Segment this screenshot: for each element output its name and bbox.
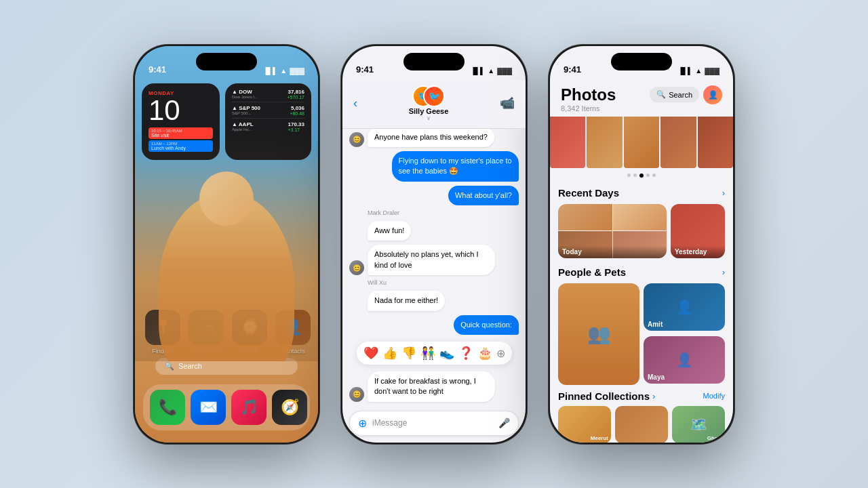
dock-music[interactable]: 🎵 bbox=[231, 390, 267, 425]
search-icon-photos: 🔍 bbox=[656, 90, 666, 99]
pinned-arrow[interactable]: › bbox=[652, 391, 655, 401]
photos-content: Recent Days › Today Yesterday bbox=[550, 182, 733, 443]
msg-3: What about y'all? bbox=[349, 186, 519, 205]
photos-count: 8,342 Items bbox=[561, 104, 616, 113]
signal-icon-2: ▐▌▌ bbox=[471, 67, 485, 75]
pinned-card-3[interactable]: 🗺️ Gha... bbox=[672, 406, 725, 443]
msg-bubble-2: Flying down to my sister's place to see … bbox=[392, 151, 519, 182]
video-call-button[interactable]: 📹 bbox=[500, 96, 515, 110]
dock-phone[interactable]: 📞 bbox=[150, 390, 185, 425]
group-info[interactable]: 🐦 🐦 Silly Geese ∨ bbox=[409, 85, 449, 121]
status-icons-2: ▐▌▌ ▲ ▓▓▓ bbox=[471, 67, 512, 75]
reactions-container: ❤️ 👍 👎 👫 👟 ❓ 🎂 ⊕ bbox=[357, 342, 512, 365]
people-pets-arrow[interactable]: › bbox=[722, 267, 725, 277]
pinned-modify-button[interactable]: Modify bbox=[703, 392, 725, 400]
dot-3 bbox=[646, 174, 650, 177]
react-cake[interactable]: 🎂 bbox=[477, 346, 492, 361]
hero-photo-2 bbox=[587, 114, 622, 168]
msg-avatar-1: 😊 bbox=[349, 132, 364, 147]
photos-search-button[interactable]: 🔍 Search bbox=[650, 87, 699, 102]
dynamic-island-2 bbox=[403, 53, 465, 70]
yesterday-label: Yesterday bbox=[671, 245, 725, 258]
msg-bubble-1: Anyone have plans this weekend? bbox=[368, 127, 494, 147]
wifi-icon-2: ▲ bbox=[488, 67, 494, 75]
react-more[interactable]: ⊕ bbox=[496, 347, 505, 360]
status-time-1: 9:41 bbox=[149, 64, 166, 75]
recent-days-row: Today Yesterday bbox=[558, 204, 725, 258]
recent-days-title: Recent Days bbox=[558, 187, 619, 199]
dock-compass[interactable]: 🧭 bbox=[272, 390, 307, 425]
react-shoes[interactable]: 👟 bbox=[439, 346, 454, 361]
photos-header: Photos 8,342 Items 🔍 Search 👤 bbox=[550, 80, 733, 117]
msg-7: Quick question: bbox=[349, 315, 519, 335]
today-card[interactable]: Today bbox=[558, 204, 667, 258]
signal-icon-1: ▐▌▌ bbox=[263, 67, 277, 75]
status-time-3: 9:41 bbox=[564, 64, 581, 75]
search-label: Search bbox=[178, 362, 202, 370]
dot-1 bbox=[633, 174, 637, 177]
back-button[interactable]: ‹ bbox=[353, 96, 357, 110]
pinned-card-2[interactable] bbox=[615, 406, 668, 443]
react-thumbdown[interactable]: 👎 bbox=[401, 346, 416, 361]
people-card-maya[interactable]: 👤 Maya bbox=[644, 336, 725, 384]
group-chevron: ∨ bbox=[427, 115, 431, 121]
dynamic-island-3 bbox=[611, 53, 672, 70]
react-people[interactable]: 👫 bbox=[420, 346, 435, 361]
message-input-bar[interactable]: ⊕ iMessage 🎤 bbox=[349, 411, 519, 436]
battery-icon-3: ▓▓▓ bbox=[705, 67, 719, 75]
people-pets-title: People & Pets bbox=[558, 266, 626, 278]
dot-2-active bbox=[639, 174, 644, 178]
people-card-group[interactable]: 👥 bbox=[558, 283, 639, 385]
msg-bubble-6: Nada for me either! bbox=[368, 291, 445, 310]
pinned-title: Pinned Collections bbox=[558, 390, 650, 402]
msg-bubble-4: Aww fun! bbox=[368, 221, 411, 241]
pinned-title-row: Pinned Collections › bbox=[558, 390, 655, 402]
phone-1-home: 9:41 ▐▌▌ ▲ ▓▓▓ MONDAY 10 10:15 – 10:45AM… bbox=[133, 44, 320, 445]
react-question[interactable]: ❓ bbox=[458, 346, 473, 361]
msg-4: Aww fun! bbox=[349, 221, 519, 241]
dynamic-island-1 bbox=[196, 53, 257, 70]
people-card-amit[interactable]: 👤 Amit bbox=[644, 283, 725, 331]
status-time-2: 9:41 bbox=[356, 64, 374, 75]
photos-user-avatar[interactable]: 👤 bbox=[703, 85, 722, 104]
msg-avatar-8: 😊 bbox=[349, 387, 364, 402]
pinned-collections-header: Pinned Collections › Modify bbox=[558, 390, 725, 402]
battery-icon-1: ▓▓▓ bbox=[290, 67, 304, 75]
group-avatars: 🐦 🐦 bbox=[412, 85, 445, 107]
phone-3-photos: 9:41 ▐▌▌ ▲ ▓▓▓ Photos 8,342 Items 🔍 Sear… bbox=[548, 44, 735, 445]
react-thumbup[interactable]: 👍 bbox=[382, 346, 397, 361]
msg-avatar-5: 😊 bbox=[349, 260, 364, 275]
dot-4 bbox=[652, 174, 656, 177]
wifi-icon-3: ▲ bbox=[695, 67, 702, 75]
people-grid: 👥 👤 Amit 👤 Maya bbox=[558, 283, 725, 385]
today-label: Today bbox=[558, 245, 667, 258]
dock-mail[interactable]: ✉️ bbox=[191, 390, 226, 425]
today-thumb-1 bbox=[558, 204, 612, 231]
mic-icon[interactable]: 🎤 bbox=[498, 418, 510, 428]
sender-mark: Mark Draler bbox=[368, 209, 519, 216]
hero-photo-4 bbox=[660, 114, 696, 168]
msg-1: 😊 Anyone have plans this weekend? bbox=[349, 127, 519, 147]
stock-dow: ▲ DOW Dow Jones I... 37,816 +570.17 bbox=[232, 89, 304, 102]
msg-bubble-8: If cake for breakfast is wrong, I don't … bbox=[368, 371, 495, 402]
hero-photo-1 bbox=[550, 114, 585, 168]
message-input-placeholder[interactable]: iMessage bbox=[372, 418, 493, 428]
react-heart[interactable]: ❤️ bbox=[363, 346, 378, 361]
add-attachment-icon[interactable]: ⊕ bbox=[358, 417, 367, 430]
hero-photo-5 bbox=[698, 114, 733, 168]
hero-dots bbox=[550, 174, 733, 178]
status-icons-1: ▐▌▌ ▲ ▓▓▓ bbox=[263, 67, 304, 75]
wifi-icon-1: ▲ bbox=[280, 67, 287, 75]
msg-8: 😊 If cake for breakfast is wrong, I don'… bbox=[349, 371, 519, 402]
group-name: Silly Geese bbox=[409, 107, 449, 115]
photos-controls: 🔍 Search 👤 bbox=[650, 85, 722, 104]
dot-0 bbox=[627, 174, 631, 177]
emoji-reaction-bar[interactable]: ❤️ 👍 👎 👫 👟 ❓ 🎂 ⊕ bbox=[349, 340, 519, 366]
pinned-label-3: Gha... bbox=[707, 435, 722, 441]
recent-days-arrow[interactable]: › bbox=[722, 188, 725, 198]
pinned-card-1[interactable]: Meerut bbox=[558, 406, 611, 443]
yesterday-card[interactable]: Yesterday bbox=[671, 204, 725, 258]
wallpaper-photo bbox=[135, 131, 318, 361]
msg-6: Nada for me either! bbox=[349, 291, 519, 310]
msg-bubble-7: Quick question: bbox=[454, 315, 519, 335]
